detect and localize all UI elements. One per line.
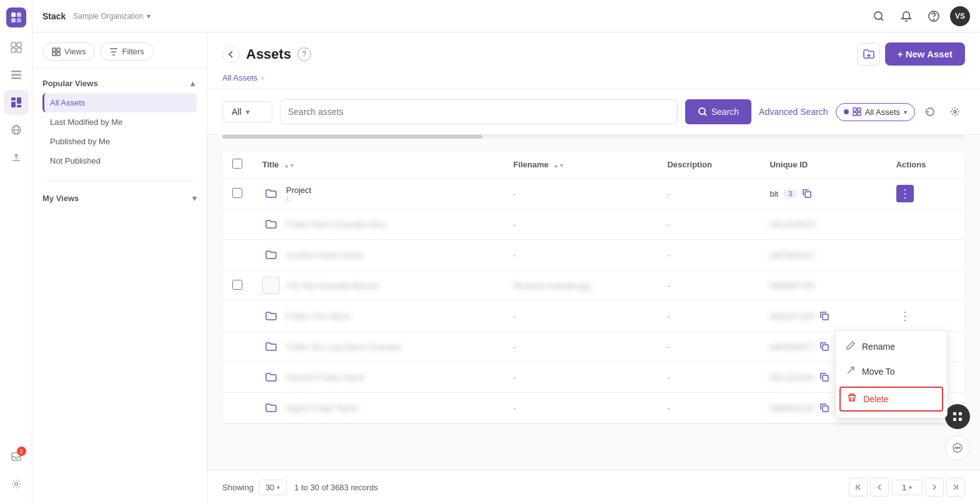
sidebar-item-list[interactable] [4, 62, 29, 87]
org-chevron[interactable]: ▾ [147, 12, 151, 21]
svg-rect-10 [11, 77, 21, 79]
description-cell: - [657, 362, 760, 393]
copy-icon[interactable] [802, 189, 812, 199]
filename-header[interactable]: Filename ▲▼ [503, 151, 658, 179]
filename-cell: - [503, 209, 658, 240]
row-title-blurred: Folder Five Name [286, 312, 350, 321]
context-menu-delete[interactable]: Delete [839, 387, 943, 412]
svg-rect-8 [11, 71, 21, 72]
sidebar-item-globe[interactable] [4, 117, 29, 142]
collapse-sidebar-btn[interactable] [222, 46, 240, 63]
filename-cell: - [503, 179, 658, 209]
copy-icon[interactable] [819, 372, 829, 382]
copy-icon[interactable] [819, 311, 829, 321]
filename-cell: - [503, 240, 658, 270]
page-num-select[interactable]: 1 ▾ [891, 480, 923, 495]
sidebar-item-inbox[interactable]: 2 [4, 444, 29, 469]
title-cell: Seventh Folder Name [252, 362, 503, 393]
filters-btn[interactable]: Filters [100, 42, 153, 61]
svg-rect-26 [57, 52, 60, 56]
sidebar-item-last-modified[interactable]: Last Modified by Me [42, 112, 197, 132]
last-page-btn[interactable] [946, 478, 965, 497]
svg-rect-7 [17, 48, 21, 52]
description-cell: - [657, 240, 760, 270]
rename-icon [846, 340, 856, 353]
select-all-checkbox[interactable] [232, 159, 242, 169]
context-menu-rename[interactable]: Rename [836, 334, 947, 359]
filename-sort[interactable]: ▲▼ [553, 162, 565, 169]
float-chat-icon[interactable] [945, 435, 970, 460]
sidebar-item-settings[interactable] [4, 472, 29, 497]
next-page-btn[interactable] [925, 478, 944, 497]
views-btn[interactable]: Views [42, 42, 95, 61]
row-title-blurred: Eighth Folder Name [286, 403, 359, 413]
sidebar-item-all-assets[interactable]: All Assets [42, 93, 197, 112]
page-title-area: Assets ? [222, 46, 311, 63]
sidebar-item-published-by-me[interactable]: Published by Me [42, 132, 197, 151]
nav-bar: 2 [0, 0, 32, 504]
svg-rect-30 [853, 108, 856, 111]
first-page-btn[interactable] [849, 478, 868, 497]
user-avatar[interactable]: VS [950, 6, 970, 26]
row-select-cell [222, 393, 252, 423]
table-header-row: Title ▲▼ Filename ▲▼ Description [222, 151, 965, 179]
help-btn[interactable] [923, 5, 945, 27]
svg-rect-31 [858, 108, 861, 111]
app-logo[interactable] [6, 7, 26, 27]
svg-rect-12 [17, 97, 21, 104]
notifications-btn[interactable] [895, 5, 918, 27]
svg-rect-42 [953, 418, 956, 421]
unique-id-cell: blt 3 [760, 179, 886, 209]
page-help-icon[interactable]: ? [297, 47, 311, 61]
page-area: Assets ? [207, 32, 980, 504]
folder-icon [262, 368, 280, 386]
svg-point-45 [955, 447, 956, 448]
popular-views-collapse[interactable]: ▲ [189, 79, 197, 88]
page-header-top: Assets ? [222, 42, 965, 66]
actions-cell [886, 209, 965, 240]
copy-icon[interactable] [819, 403, 829, 413]
type-select[interactable]: All ▾ [222, 101, 272, 122]
folder-icon [262, 338, 280, 355]
sidebar-item-upload[interactable] [4, 145, 29, 170]
search-input[interactable] [288, 107, 670, 117]
my-views-expand[interactable]: ▾ [192, 194, 197, 203]
title-cell: Another Folder Name [252, 240, 503, 270]
sidebar-item-assets[interactable] [4, 90, 29, 115]
search-icon-btn[interactable] [868, 5, 890, 27]
row-subtitle: /.. [286, 195, 311, 202]
filename-cell: - [503, 393, 658, 423]
svg-rect-14 [17, 105, 21, 107]
row-checkbox[interactable] [232, 280, 242, 290]
row-checkbox[interactable] [232, 188, 242, 198]
advanced-search-link[interactable]: Advanced Search [759, 107, 828, 117]
row-title-blurred: File Title Example Blurred [286, 281, 379, 290]
delete-label: Delete [863, 394, 888, 404]
row-menu-btn[interactable]: ⋮ [896, 185, 914, 202]
row-menu-btn[interactable]: ⋮ [896, 307, 914, 325]
page-size-select[interactable]: 30 ▾ [259, 480, 287, 495]
svg-rect-13 [11, 102, 16, 107]
title-cell: Eighth Folder Name [252, 393, 503, 423]
context-menu-move-to[interactable]: Move To [836, 359, 947, 384]
add-folder-btn[interactable] [858, 43, 880, 66]
title-sort[interactable]: ▲▼ [284, 162, 295, 169]
breadcrumb-text[interactable]: All Assets [222, 73, 257, 82]
float-bot-icon[interactable] [945, 404, 970, 429]
folder-icon [262, 246, 280, 264]
uid-badge: 3 [783, 189, 797, 198]
unique-id-cell: blt99887766 [760, 270, 886, 301]
sidebar-item-not-published[interactable]: Not Published [42, 151, 197, 170]
prev-page-btn[interactable] [870, 478, 889, 497]
horizontal-scrollbar[interactable] [222, 135, 965, 139]
current-page: 1 [902, 483, 906, 492]
search-btn[interactable]: Search [685, 99, 751, 124]
svg-rect-23 [52, 48, 56, 51]
copy-icon[interactable] [819, 342, 829, 352]
settings-btn[interactable] [945, 102, 965, 122]
title-header[interactable]: Title ▲▼ [252, 151, 503, 179]
sidebar-item-grid[interactable] [4, 35, 29, 60]
new-asset-btn[interactable]: + New Asset [885, 42, 965, 66]
all-assets-dropdown[interactable]: All Assets ▾ [836, 103, 915, 121]
refresh-btn[interactable] [920, 102, 940, 122]
